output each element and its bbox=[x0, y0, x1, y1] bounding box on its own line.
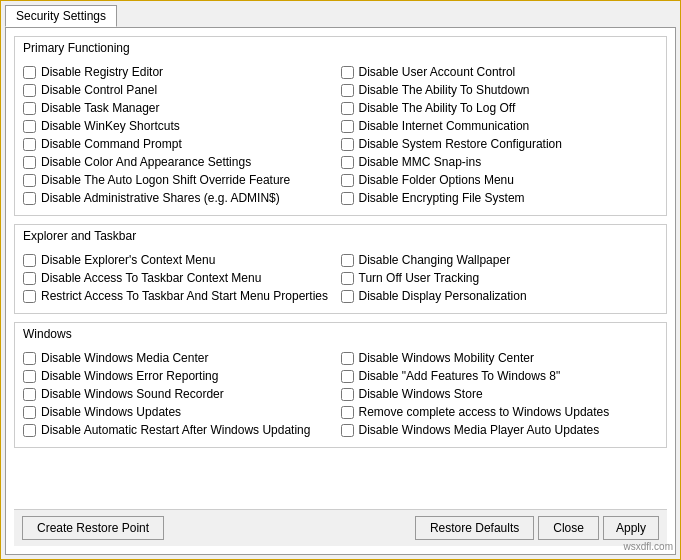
section-title-explorer: Explorer and Taskbar bbox=[15, 225, 666, 247]
right-col-windows: Disable Windows Mobility CenterDisable "… bbox=[341, 349, 659, 439]
checkbox-row[interactable]: Disable Windows Updates bbox=[23, 403, 341, 421]
checkbox[interactable] bbox=[23, 138, 36, 151]
checkbox-label: Disable Color And Appearance Settings bbox=[41, 155, 251, 169]
checkbox-row[interactable]: Disable Windows Mobility Center bbox=[341, 349, 659, 367]
bottom-left-buttons: Create Restore Point bbox=[22, 516, 164, 540]
checkbox-row[interactable]: Disable User Account Control bbox=[341, 63, 659, 81]
tab-security-settings[interactable]: Security Settings bbox=[5, 5, 117, 27]
checkbox-row[interactable]: Disable Color And Appearance Settings bbox=[23, 153, 341, 171]
checkbox-row[interactable]: Disable "Add Features To Windows 8" bbox=[341, 367, 659, 385]
checkbox[interactable] bbox=[341, 102, 354, 115]
checkbox[interactable] bbox=[341, 290, 354, 303]
checkbox-row[interactable]: Disable Windows Media Player Auto Update… bbox=[341, 421, 659, 439]
checkbox-row[interactable]: Disable The Ability To Log Off bbox=[341, 99, 659, 117]
section-content-windows: Disable Windows Media CenterDisable Wind… bbox=[15, 345, 666, 447]
section-title-windows: Windows bbox=[15, 323, 666, 345]
checkbox-label: Remove complete access to Windows Update… bbox=[359, 405, 610, 419]
checkbox-row[interactable]: Disable Internet Communication bbox=[341, 117, 659, 135]
checkbox[interactable] bbox=[23, 84, 36, 97]
checkbox-label: Disable Explorer's Context Menu bbox=[41, 253, 215, 267]
checkbox[interactable] bbox=[341, 66, 354, 79]
section-content-explorer: Disable Explorer's Context MenuDisable A… bbox=[15, 247, 666, 313]
checkbox-row[interactable]: Disable The Auto Logon Shift Override Fe… bbox=[23, 171, 341, 189]
checkbox[interactable] bbox=[341, 406, 354, 419]
checkbox-label: Disable The Auto Logon Shift Override Fe… bbox=[41, 173, 290, 187]
checkbox[interactable] bbox=[341, 370, 354, 383]
checkbox-row[interactable]: Disable Encrypting File System bbox=[341, 189, 659, 207]
checkbox-row[interactable]: Disable Explorer's Context Menu bbox=[23, 251, 341, 269]
checkbox-label: Disable Windows Store bbox=[359, 387, 483, 401]
checkbox-row[interactable]: Disable MMC Snap-ins bbox=[341, 153, 659, 171]
checkbox-row[interactable]: Disable Windows Error Reporting bbox=[23, 367, 341, 385]
checkbox[interactable] bbox=[23, 120, 36, 133]
checkbox-label: Disable Windows Sound Recorder bbox=[41, 387, 224, 401]
checkbox[interactable] bbox=[23, 290, 36, 303]
checkbox-label: Disable Windows Mobility Center bbox=[359, 351, 534, 365]
checkbox-label: Disable Folder Options Menu bbox=[359, 173, 514, 187]
checkbox-row[interactable]: Disable System Restore Configuration bbox=[341, 135, 659, 153]
checkbox[interactable] bbox=[341, 138, 354, 151]
create-restore-point-button[interactable]: Create Restore Point bbox=[22, 516, 164, 540]
checkbox[interactable] bbox=[23, 66, 36, 79]
checkbox[interactable] bbox=[23, 254, 36, 267]
checkbox-row[interactable]: Disable Command Prompt bbox=[23, 135, 341, 153]
checkbox-row[interactable]: Disable Folder Options Menu bbox=[341, 171, 659, 189]
checkbox-row[interactable]: Disable Display Personalization bbox=[341, 287, 659, 305]
checkbox-row[interactable]: Restrict Access To Taskbar And Start Men… bbox=[23, 287, 341, 305]
checkbox-label: Disable The Ability To Log Off bbox=[359, 101, 516, 115]
checkbox[interactable] bbox=[341, 352, 354, 365]
checkbox-label: Disable Control Panel bbox=[41, 83, 157, 97]
checkbox[interactable] bbox=[23, 388, 36, 401]
checkbox-label: Disable The Ability To Shutdown bbox=[359, 83, 530, 97]
checkbox-row[interactable]: Disable WinKey Shortcuts bbox=[23, 117, 341, 135]
checkbox[interactable] bbox=[341, 120, 354, 133]
section-content-primary: Disable Registry EditorDisable Control P… bbox=[15, 59, 666, 215]
checkbox[interactable] bbox=[341, 192, 354, 205]
checkbox-row[interactable]: Disable Registry Editor bbox=[23, 63, 341, 81]
checkbox[interactable] bbox=[341, 424, 354, 437]
checkbox[interactable] bbox=[23, 102, 36, 115]
checkbox-label: Disable Windows Media Player Auto Update… bbox=[359, 423, 600, 437]
checkbox-row[interactable]: Disable Automatic Restart After Windows … bbox=[23, 421, 341, 439]
apply-button[interactable]: Apply bbox=[603, 516, 659, 540]
checkbox[interactable] bbox=[341, 84, 354, 97]
checkbox-row[interactable]: Disable Changing Wallpaper bbox=[341, 251, 659, 269]
checkbox[interactable] bbox=[23, 156, 36, 169]
checkbox[interactable] bbox=[23, 174, 36, 187]
checkbox-row[interactable]: Disable Windows Store bbox=[341, 385, 659, 403]
checkbox[interactable] bbox=[341, 254, 354, 267]
restore-defaults-button[interactable]: Restore Defaults bbox=[415, 516, 534, 540]
checkbox-label: Disable Changing Wallpaper bbox=[359, 253, 511, 267]
checkbox-row[interactable]: Disable Windows Sound Recorder bbox=[23, 385, 341, 403]
checkbox[interactable] bbox=[23, 406, 36, 419]
two-col-explorer: Disable Explorer's Context MenuDisable A… bbox=[23, 251, 658, 305]
checkbox-row[interactable]: Disable Control Panel bbox=[23, 81, 341, 99]
checkbox-row[interactable]: Disable Access To Taskbar Context Menu bbox=[23, 269, 341, 287]
section-explorer: Explorer and TaskbarDisable Explorer's C… bbox=[14, 224, 667, 314]
checkbox-label: Disable Command Prompt bbox=[41, 137, 182, 151]
checkbox-row[interactable]: Remove complete access to Windows Update… bbox=[341, 403, 659, 421]
checkbox-label: Restrict Access To Taskbar And Start Men… bbox=[41, 289, 328, 303]
checkbox[interactable] bbox=[23, 352, 36, 365]
checkbox-row[interactable]: Disable Windows Media Center bbox=[23, 349, 341, 367]
checkbox[interactable] bbox=[23, 272, 36, 285]
checkbox-row[interactable]: Disable Administrative Shares (e.g. ADMI… bbox=[23, 189, 341, 207]
checkbox[interactable] bbox=[23, 192, 36, 205]
left-col-windows: Disable Windows Media CenterDisable Wind… bbox=[23, 349, 341, 439]
checkbox-row[interactable]: Disable The Ability To Shutdown bbox=[341, 81, 659, 99]
right-col-explorer: Disable Changing WallpaperTurn Off User … bbox=[341, 251, 659, 305]
content-area: Primary FunctioningDisable Registry Edit… bbox=[5, 27, 676, 555]
two-col-windows: Disable Windows Media CenterDisable Wind… bbox=[23, 349, 658, 439]
checkbox[interactable] bbox=[341, 272, 354, 285]
checkbox[interactable] bbox=[341, 174, 354, 187]
checkbox-label: Disable Windows Error Reporting bbox=[41, 369, 218, 383]
checkbox-row[interactable]: Turn Off User Tracking bbox=[341, 269, 659, 287]
close-button[interactable]: Close bbox=[538, 516, 599, 540]
checkbox[interactable] bbox=[341, 388, 354, 401]
two-col-primary: Disable Registry EditorDisable Control P… bbox=[23, 63, 658, 207]
checkbox[interactable] bbox=[341, 156, 354, 169]
checkbox[interactable] bbox=[23, 424, 36, 437]
main-window: Security Settings Primary FunctioningDis… bbox=[0, 0, 681, 560]
checkbox[interactable] bbox=[23, 370, 36, 383]
checkbox-row[interactable]: Disable Task Manager bbox=[23, 99, 341, 117]
